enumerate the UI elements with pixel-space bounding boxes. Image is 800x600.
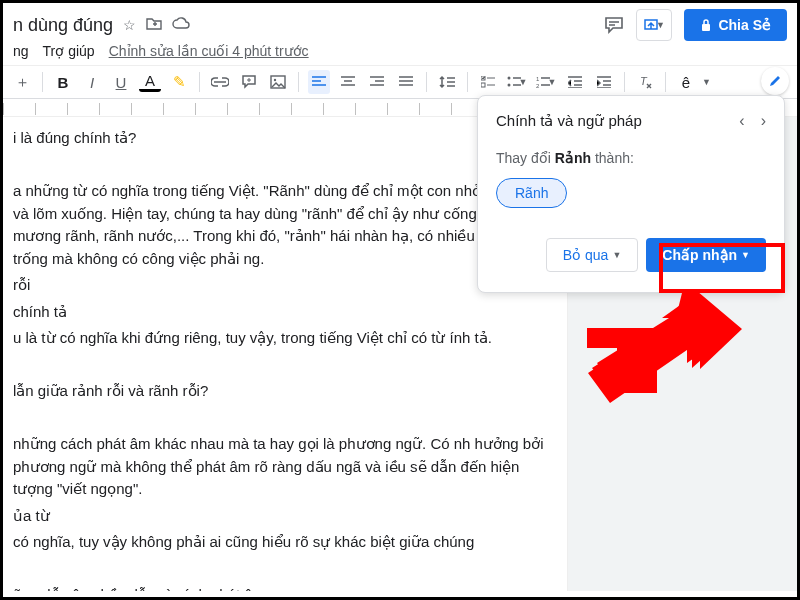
text-line: chính tả <box>13 301 547 324</box>
text-line: ủa từ <box>13 505 547 528</box>
star-icon[interactable]: ☆ <box>123 17 136 33</box>
menu-item[interactable]: ng <box>13 43 29 59</box>
insert-link-button[interactable] <box>209 70 231 94</box>
separator <box>298 72 299 92</box>
suggestion-chip[interactable]: Rãnh <box>496 178 567 208</box>
caret-down-icon: ▼ <box>548 77 557 87</box>
title-actions: ☆ <box>123 17 190 33</box>
panel-actions: Bỏ qua ▼ Chấp nhận ▼ <box>496 238 766 272</box>
panel-title: Chính tả và ngữ pháp <box>496 112 642 130</box>
increase-indent-button[interactable] <box>593 70 615 94</box>
text-color-button[interactable]: A <box>139 72 161 92</box>
svg-text:1: 1 <box>536 76 540 82</box>
lock-icon <box>700 18 712 32</box>
editing-mode-button[interactable] <box>761 67 789 95</box>
move-folder-icon[interactable] <box>146 17 162 33</box>
accept-button[interactable]: Chấp nhận ▼ <box>646 238 766 272</box>
bold-button[interactable]: B <box>52 70 74 94</box>
separator <box>665 72 666 92</box>
edit-history-link[interactable]: Chỉnh sửa lần cuối 4 phút trước <box>109 43 309 59</box>
separator <box>426 72 427 92</box>
present-button[interactable]: ▼ <box>636 9 672 41</box>
share-button[interactable]: Chia Sẻ <box>684 9 787 41</box>
svg-text:T: T <box>640 75 648 87</box>
separator <box>42 72 43 92</box>
comment-history-icon[interactable] <box>604 15 624 35</box>
toolbar: ＋ B I U A ✎ ▼ 12 ▼ <box>3 65 797 99</box>
caret-down-icon: ▼ <box>741 250 750 260</box>
add-comment-button[interactable] <box>238 70 260 94</box>
svg-point-3 <box>274 79 276 81</box>
align-left-button[interactable] <box>308 70 330 94</box>
clear-format-button[interactable]: T <box>634 70 656 94</box>
caret-down-icon: ▼ <box>656 20 665 30</box>
align-center-button[interactable] <box>337 70 359 94</box>
skip-button[interactable]: Bỏ qua ▼ <box>546 238 639 272</box>
change-text: Thay đổi Rảnh thành: <box>496 150 766 166</box>
caret-down-icon: ▼ <box>519 77 528 87</box>
text-line: rỗi <box>13 274 547 297</box>
menu-help[interactable]: Trợ giúp <box>43 43 95 59</box>
panel-nav: ‹ › <box>739 112 766 130</box>
text-line: u là từ có nghĩa khi đứng riêng, tuy vậy… <box>13 327 547 350</box>
line-spacing-button[interactable] <box>436 70 458 94</box>
caret-down-icon: ▼ <box>612 250 621 260</box>
svg-rect-5 <box>481 83 485 87</box>
separator <box>199 72 200 92</box>
prev-icon[interactable]: ‹ <box>739 112 744 130</box>
bulleted-list-button[interactable]: ▼ <box>506 70 528 94</box>
align-justify-button[interactable] <box>395 70 417 94</box>
add-icon[interactable]: ＋ <box>11 70 33 94</box>
header-bar: n dùng đúng ☆ ▼ Chia Sẻ <box>3 3 797 43</box>
header-right: ▼ Chia Sẻ <box>604 9 787 41</box>
decrease-indent-button[interactable] <box>564 70 586 94</box>
italic-button[interactable]: I <box>81 70 103 94</box>
next-icon[interactable]: › <box>761 112 766 130</box>
numbered-list-button[interactable]: 12 ▼ <box>535 70 557 94</box>
text-line: ũng dễ gây nhầm lẫn vì cách phát âm <box>13 584 547 591</box>
text-line: i là đúng chính tả? <box>13 127 547 150</box>
separator <box>467 72 468 92</box>
underline-button[interactable]: U <box>110 70 132 94</box>
caret-down-icon: ▼ <box>702 77 711 87</box>
svg-rect-1 <box>702 24 710 31</box>
text-paragraph: a những từ có nghĩa trong tiếng Việt. "R… <box>13 180 547 270</box>
document-title[interactable]: n dùng đúng <box>13 15 113 36</box>
title-row: n dùng đúng ☆ <box>13 15 190 36</box>
panel-header: Chính tả và ngữ pháp ‹ › <box>496 112 766 130</box>
svg-point-6 <box>507 77 510 80</box>
menu-bar: ng Trợ giúp Chỉnh sửa lần cuối 4 phút tr… <box>3 43 797 65</box>
input-tools-button[interactable]: ê <box>675 70 697 94</box>
insert-image-button[interactable] <box>267 70 289 94</box>
svg-text:2: 2 <box>536 83 540 88</box>
cloud-status-icon[interactable] <box>172 17 190 33</box>
spelling-grammar-panel: Chính tả và ngữ pháp ‹ › Thay đổi Rảnh t… <box>477 95 785 293</box>
share-label: Chia Sẻ <box>718 17 771 33</box>
svg-point-7 <box>507 84 510 87</box>
text-line: lẫn giữa rảnh rỗi và rãnh rỗi? <box>13 380 547 403</box>
align-right-button[interactable] <box>366 70 388 94</box>
text-line: có nghĩa, tuy vậy không phải ai cũng hiể… <box>13 531 547 554</box>
text-paragraph: những cách phát âm khác nhau mà ta hay g… <box>13 433 547 501</box>
checklist-button[interactable] <box>477 70 499 94</box>
separator <box>624 72 625 92</box>
highlight-button[interactable]: ✎ <box>168 70 190 94</box>
